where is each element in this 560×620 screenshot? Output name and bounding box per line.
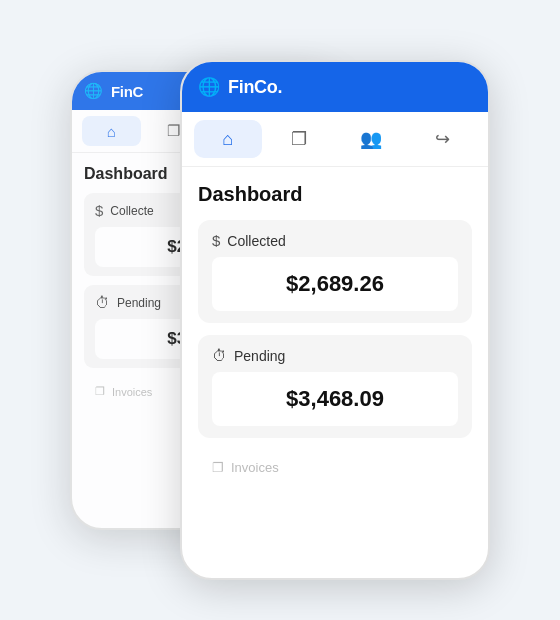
nav-team-front[interactable]: 👥 (337, 120, 405, 158)
collected-text-front: Collected (227, 233, 285, 249)
app-name-back: FinC (111, 83, 143, 100)
nav-home-back[interactable]: ⌂ (82, 116, 141, 146)
invoices-row-front: ❐ Invoices (198, 450, 472, 485)
collected-value-box-front: $2,689.26 (212, 257, 458, 311)
globe-icon-front: 🌐 (198, 76, 220, 98)
collected-value-front: $2,689.26 (286, 271, 384, 296)
app-name-front: FinCo. (228, 77, 282, 98)
content-front: Dashboard $ Collected $2,689.26 ⏱ Pendin… (182, 167, 488, 501)
phone-front: 🌐 FinCo. ⌂ ❐ 👥 ↪ Dashboard $ Collected (180, 60, 490, 580)
collected-label-front: $ Collected (212, 232, 458, 249)
invoices-label-front: Invoices (231, 460, 279, 475)
nav-docs-front[interactable]: ❐ (266, 120, 334, 158)
invoices-icon-back: ❐ (95, 385, 105, 398)
home-icon-back: ⌂ (107, 123, 116, 140)
pending-text-front: Pending (234, 348, 285, 364)
header-front: 🌐 FinCo. (182, 62, 488, 112)
collected-card-front: $ Collected $2,689.26 (198, 220, 472, 323)
pending-value-box-front: $3,468.09 (212, 372, 458, 426)
clock-icon-front: ⏱ (212, 347, 227, 364)
home-icon-front: ⌂ (222, 129, 233, 150)
invoices-icon-front: ❐ (212, 460, 224, 475)
pending-label-front: ⏱ Pending (212, 347, 458, 364)
nav-logout-front[interactable]: ↪ (409, 120, 477, 158)
docs-icon-back: ❐ (167, 122, 180, 140)
page-title-front: Dashboard (198, 183, 472, 206)
docs-icon-front: ❐ (291, 128, 307, 150)
dollar-icon-front: $ (212, 232, 220, 249)
globe-icon-back: 🌐 (84, 82, 103, 100)
nav-home-front[interactable]: ⌂ (194, 120, 262, 158)
pending-card-front: ⏱ Pending $3,468.09 (198, 335, 472, 438)
logout-icon-front: ↪ (435, 128, 450, 150)
invoices-label-back: Invoices (112, 386, 152, 398)
nav-front: ⌂ ❐ 👥 ↪ (182, 112, 488, 167)
pending-value-front: $3,468.09 (286, 386, 384, 411)
team-icon-front: 👥 (360, 128, 382, 150)
clock-icon-back: ⏱ (95, 294, 110, 311)
dollar-icon-back: $ (95, 202, 103, 219)
